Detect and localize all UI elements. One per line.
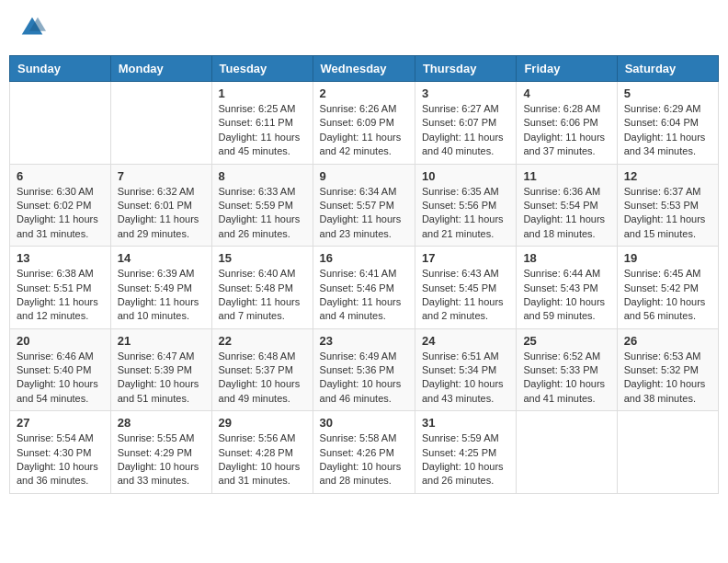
calendar-cell: 7Sunrise: 6:32 AM Sunset: 6:01 PM Daylig… (110, 164, 211, 247)
day-number: 6 (17, 169, 104, 183)
calendar-cell: 12Sunrise: 6:37 AM Sunset: 5:53 PM Dayli… (617, 164, 718, 247)
day-number: 8 (219, 169, 306, 183)
day-number: 5 (624, 86, 711, 100)
day-number: 27 (17, 416, 104, 430)
weekday-header-monday: Monday (110, 56, 211, 82)
day-number: 26 (624, 334, 711, 348)
day-number: 24 (422, 334, 509, 348)
day-info: Sunrise: 5:56 AM Sunset: 4:28 PM Dayligh… (219, 431, 306, 488)
calendar-cell: 27Sunrise: 5:54 AM Sunset: 4:30 PM Dayli… (10, 411, 111, 494)
day-number: 23 (320, 334, 408, 348)
week-row-2: 6Sunrise: 6:30 AM Sunset: 6:02 PM Daylig… (10, 164, 719, 247)
calendar-cell: 14Sunrise: 6:39 AM Sunset: 5:49 PM Dayli… (110, 247, 211, 329)
day-number: 3 (422, 86, 509, 100)
logo-icon (18, 14, 46, 41)
day-info: Sunrise: 5:58 AM Sunset: 4:26 PM Dayligh… (320, 431, 408, 488)
calendar-cell: 22Sunrise: 6:48 AM Sunset: 5:37 PM Dayli… (211, 328, 313, 411)
week-row-5: 27Sunrise: 5:54 AM Sunset: 4:30 PM Dayli… (10, 411, 719, 494)
day-number: 17 (422, 251, 509, 265)
day-number: 30 (320, 416, 408, 430)
calendar-cell: 24Sunrise: 6:51 AM Sunset: 5:34 PM Dayli… (415, 328, 516, 411)
calendar-cell (10, 82, 111, 165)
day-number: 13 (17, 251, 104, 265)
day-info: Sunrise: 6:30 AM Sunset: 6:02 PM Dayligh… (17, 185, 104, 242)
calendar-cell (617, 411, 718, 494)
day-number: 31 (422, 416, 509, 430)
day-info: Sunrise: 6:52 AM Sunset: 5:33 PM Dayligh… (523, 350, 609, 407)
weekday-header-row: SundayMondayTuesdayWednesdayThursdayFrid… (10, 56, 719, 82)
weekday-header-sunday: Sunday (10, 56, 111, 82)
calendar-cell: 19Sunrise: 6:45 AM Sunset: 5:42 PM Dayli… (617, 247, 718, 329)
calendar-cell: 10Sunrise: 6:35 AM Sunset: 5:56 PM Dayli… (415, 164, 516, 247)
day-number: 4 (523, 86, 609, 100)
day-info: Sunrise: 6:44 AM Sunset: 5:43 PM Dayligh… (523, 267, 609, 324)
week-row-3: 13Sunrise: 6:38 AM Sunset: 5:51 PM Dayli… (10, 247, 719, 329)
calendar-cell: 25Sunrise: 6:52 AM Sunset: 5:33 PM Dayli… (517, 328, 617, 411)
day-number: 7 (118, 169, 205, 183)
calendar-cell: 15Sunrise: 6:40 AM Sunset: 5:48 PM Dayli… (211, 247, 313, 329)
day-number: 11 (523, 169, 609, 183)
calendar-cell: 18Sunrise: 6:44 AM Sunset: 5:43 PM Dayli… (517, 247, 617, 329)
day-info: Sunrise: 6:39 AM Sunset: 5:49 PM Dayligh… (118, 267, 205, 324)
day-number: 16 (320, 251, 408, 265)
calendar-cell (517, 411, 617, 494)
calendar-cell: 21Sunrise: 6:47 AM Sunset: 5:39 PM Dayli… (110, 328, 211, 411)
calendar-cell: 11Sunrise: 6:36 AM Sunset: 5:54 PM Dayli… (517, 164, 617, 247)
day-info: Sunrise: 6:27 AM Sunset: 6:07 PM Dayligh… (422, 102, 509, 159)
day-number: 15 (219, 251, 306, 265)
calendar-cell: 29Sunrise: 5:56 AM Sunset: 4:28 PM Dayli… (211, 411, 313, 494)
day-info: Sunrise: 6:28 AM Sunset: 6:06 PM Dayligh… (523, 102, 609, 159)
day-info: Sunrise: 6:38 AM Sunset: 5:51 PM Dayligh… (17, 267, 104, 324)
day-number: 29 (219, 416, 306, 430)
week-row-1: 1Sunrise: 6:25 AM Sunset: 6:11 PM Daylig… (10, 82, 719, 165)
day-info: Sunrise: 6:37 AM Sunset: 5:53 PM Dayligh… (624, 185, 711, 242)
day-info: Sunrise: 6:41 AM Sunset: 5:46 PM Dayligh… (320, 267, 408, 324)
day-info: Sunrise: 6:48 AM Sunset: 5:37 PM Dayligh… (219, 350, 306, 407)
day-number: 18 (523, 251, 609, 265)
calendar-cell: 6Sunrise: 6:30 AM Sunset: 6:02 PM Daylig… (10, 164, 111, 247)
calendar-cell: 17Sunrise: 6:43 AM Sunset: 5:45 PM Dayli… (415, 247, 516, 329)
day-number: 1 (219, 86, 306, 100)
calendar-cell: 9Sunrise: 6:34 AM Sunset: 5:57 PM Daylig… (313, 164, 415, 247)
calendar-cell: 5Sunrise: 6:29 AM Sunset: 6:04 PM Daylig… (617, 82, 718, 165)
day-info: Sunrise: 6:47 AM Sunset: 5:39 PM Dayligh… (118, 350, 205, 407)
day-info: Sunrise: 6:53 AM Sunset: 5:32 PM Dayligh… (624, 350, 711, 407)
calendar-cell: 31Sunrise: 5:59 AM Sunset: 4:25 PM Dayli… (415, 411, 516, 494)
day-number: 20 (17, 334, 104, 348)
calendar-cell (110, 82, 211, 165)
calendar-cell: 4Sunrise: 6:28 AM Sunset: 6:06 PM Daylig… (517, 82, 617, 165)
day-info: Sunrise: 6:36 AM Sunset: 5:54 PM Dayligh… (523, 185, 609, 242)
day-number: 25 (523, 334, 609, 348)
day-number: 14 (118, 251, 205, 265)
day-number: 28 (118, 416, 205, 430)
day-info: Sunrise: 6:49 AM Sunset: 5:36 PM Dayligh… (320, 350, 408, 407)
day-info: Sunrise: 6:34 AM Sunset: 5:57 PM Dayligh… (320, 185, 408, 242)
calendar-cell: 8Sunrise: 6:33 AM Sunset: 5:59 PM Daylig… (211, 164, 313, 247)
weekday-header-tuesday: Tuesday (211, 56, 313, 82)
weekday-header-wednesday: Wednesday (313, 56, 415, 82)
day-info: Sunrise: 6:46 AM Sunset: 5:40 PM Dayligh… (17, 350, 104, 407)
day-info: Sunrise: 6:45 AM Sunset: 5:42 PM Dayligh… (624, 267, 711, 324)
day-info: Sunrise: 5:59 AM Sunset: 4:25 PM Dayligh… (422, 431, 509, 488)
day-info: Sunrise: 6:43 AM Sunset: 5:45 PM Dayligh… (422, 267, 509, 324)
day-info: Sunrise: 5:55 AM Sunset: 4:29 PM Dayligh… (118, 431, 205, 488)
day-info: Sunrise: 6:32 AM Sunset: 6:01 PM Dayligh… (118, 185, 205, 242)
day-info: Sunrise: 6:51 AM Sunset: 5:34 PM Dayligh… (422, 350, 509, 407)
day-number: 19 (624, 251, 711, 265)
day-number: 2 (320, 86, 408, 100)
calendar-cell: 2Sunrise: 6:26 AM Sunset: 6:09 PM Daylig… (313, 82, 415, 165)
calendar-cell: 1Sunrise: 6:25 AM Sunset: 6:11 PM Daylig… (211, 82, 313, 165)
page-header (9, 9, 719, 46)
logo (18, 14, 50, 41)
calendar-cell: 20Sunrise: 6:46 AM Sunset: 5:40 PM Dayli… (10, 328, 111, 411)
day-info: Sunrise: 6:29 AM Sunset: 6:04 PM Dayligh… (624, 102, 711, 159)
day-info: Sunrise: 6:33 AM Sunset: 5:59 PM Dayligh… (219, 185, 306, 242)
day-number: 9 (320, 169, 408, 183)
calendar-cell: 23Sunrise: 6:49 AM Sunset: 5:36 PM Dayli… (313, 328, 415, 411)
calendar-cell: 3Sunrise: 6:27 AM Sunset: 6:07 PM Daylig… (415, 82, 516, 165)
calendar-cell: 26Sunrise: 6:53 AM Sunset: 5:32 PM Dayli… (617, 328, 718, 411)
week-row-4: 20Sunrise: 6:46 AM Sunset: 5:40 PM Dayli… (10, 328, 719, 411)
day-info: Sunrise: 6:40 AM Sunset: 5:48 PM Dayligh… (219, 267, 306, 324)
day-number: 21 (118, 334, 205, 348)
calendar-table: SundayMondayTuesdayWednesdayThursdayFrid… (9, 55, 719, 494)
